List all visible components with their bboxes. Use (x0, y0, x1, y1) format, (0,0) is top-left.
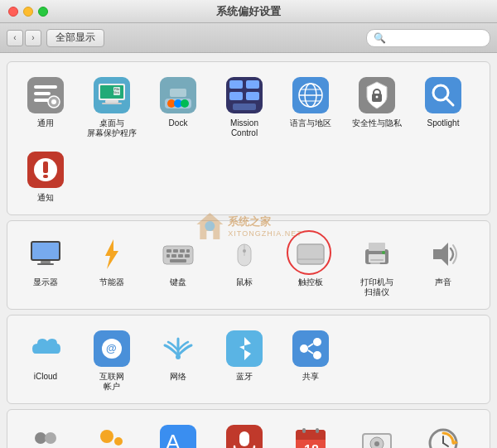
language-icon (291, 75, 331, 115)
pref-dictation[interactable]: 听写与语音 (213, 418, 276, 448)
pref-sharing[interactable]: 共享 (279, 324, 342, 395)
show-all-button[interactable]: 全部显示 (46, 29, 104, 47)
notification-label: 通知 (37, 193, 54, 203)
svg-rect-3 (34, 85, 57, 89)
pref-general[interactable]: 通用 (14, 70, 77, 142)
sound-label: 声音 (435, 277, 451, 287)
pref-appstore[interactable]: A App Store (147, 418, 210, 448)
pref-parental[interactable]: 家长控制 (80, 418, 143, 448)
pref-security[interactable]: 安全性与隐私 (345, 70, 408, 142)
internet-icon: @ (92, 329, 132, 369)
pref-sound[interactable]: 声音 (412, 229, 475, 301)
pref-mission[interactable]: MissionControl (213, 70, 276, 142)
timemachine-icon (423, 423, 463, 448)
mouse-label: 鼠标 (236, 277, 253, 287)
svg-line-110 (443, 443, 448, 446)
svg-rect-24 (246, 80, 259, 89)
pref-startup[interactable]: ? 启动磁盘 (345, 418, 408, 448)
pref-trackpad[interactable]: 触控板 (279, 229, 342, 301)
display-label: 显示器 (33, 277, 58, 287)
svg-rect-23 (229, 80, 243, 89)
svg-rect-21 (170, 89, 186, 97)
svg-text:@: @ (106, 342, 117, 354)
network-label: 网络 (170, 372, 186, 382)
search-input[interactable] (389, 33, 483, 43)
mouse-icon (224, 234, 264, 274)
language-label: 语言与地区 (290, 118, 331, 128)
spotlight-icon (423, 75, 463, 115)
pref-notification[interactable]: 通知 (14, 145, 77, 206)
svg-rect-55 (171, 254, 176, 258)
content-area: 系统之家 XITONGZHIA.NET 通用 (0, 53, 497, 448)
datetime-icon: 18 (291, 423, 331, 448)
display-icon (26, 234, 65, 274)
svg-rect-50 (166, 249, 171, 253)
pref-datetime[interactable]: 18 日期与时间 (279, 418, 342, 448)
svg-point-87 (114, 437, 123, 446)
svg-rect-65 (369, 254, 385, 263)
section-system-grid: 用户与群组 家长控制 A (14, 418, 483, 448)
svg-rect-12 (102, 103, 122, 104)
svg-marker-70 (433, 243, 448, 266)
pref-desktop[interactable]: File New 桌面与屏幕保护程序 (80, 70, 143, 142)
forward-button[interactable]: › (25, 30, 41, 46)
dock-label: Dock (169, 118, 188, 128)
pref-energy[interactable]: 节能器 (80, 229, 143, 301)
minimize-button[interactable] (23, 7, 33, 17)
svg-rect-52 (180, 249, 185, 253)
sharing-icon (291, 329, 331, 369)
svg-rect-26 (246, 92, 259, 100)
pref-dock[interactable]: Dock (147, 70, 210, 142)
bluetooth-label: 蓝牙 (236, 372, 253, 382)
energy-icon (92, 234, 132, 274)
pref-printer[interactable]: 打印机与扫描仪 (345, 229, 408, 301)
pref-language[interactable]: 语言与地区 (279, 70, 342, 142)
pref-users[interactable]: 用户与群组 (14, 418, 77, 448)
pref-mouse[interactable]: 鼠标 (213, 229, 276, 301)
keyboard-label: 键盘 (170, 277, 186, 287)
svg-point-79 (313, 351, 321, 359)
sound-icon (423, 234, 463, 274)
sharing-label: 共享 (302, 372, 319, 382)
svg-rect-94 (239, 431, 249, 446)
pref-bluetooth[interactable]: 蓝牙 (213, 324, 276, 395)
svg-rect-47 (41, 261, 51, 263)
svg-point-86 (100, 430, 113, 443)
back-button[interactable]: ‹ (7, 30, 23, 46)
svg-point-7 (51, 99, 56, 104)
search-box[interactable]: 🔍 (366, 29, 490, 47)
pref-network[interactable]: 网络 (147, 324, 210, 395)
svg-point-82 (35, 432, 46, 444)
svg-rect-66 (369, 243, 385, 251)
pref-display[interactable]: 显示器 (14, 229, 77, 301)
svg-rect-44 (43, 175, 48, 178)
dictation-icon (224, 423, 264, 448)
svg-rect-54 (166, 254, 170, 258)
toolbar: ‹ › 全部显示 🔍 (0, 23, 497, 53)
users-icon (26, 423, 65, 448)
pref-internet[interactable]: @ 互联网帐户 (80, 324, 143, 395)
printer-label: 打印机与扫描仪 (360, 277, 393, 297)
section-system: 用户与群组 家长控制 A (7, 409, 490, 448)
network-icon (158, 329, 198, 369)
parental-icon (92, 423, 132, 448)
pref-timemachine[interactable]: Time Machine (412, 418, 475, 448)
trackpad-icon (291, 234, 331, 274)
appstore-icon: A (158, 423, 198, 448)
general-label: 通用 (37, 118, 54, 128)
traffic-lights (8, 7, 48, 17)
close-button[interactable] (8, 7, 18, 17)
maximize-button[interactable] (38, 7, 48, 17)
pref-spotlight[interactable]: Spotlight (412, 70, 475, 142)
internet-label: 互联网帐户 (99, 372, 124, 392)
keyboard-icon (158, 234, 198, 274)
desktop-label: 桌面与屏幕保护程序 (87, 118, 137, 138)
icloud-label: iCloud (34, 372, 57, 382)
general-icon (26, 75, 65, 115)
pref-icloud[interactable]: iCloud (14, 324, 77, 395)
section-internet: iCloud @ 互联网帐户 (7, 315, 490, 404)
search-icon: 🔍 (374, 32, 386, 44)
pref-keyboard[interactable]: 键盘 (147, 229, 210, 301)
mission-label: MissionControl (230, 118, 258, 138)
printer-icon (357, 234, 397, 274)
